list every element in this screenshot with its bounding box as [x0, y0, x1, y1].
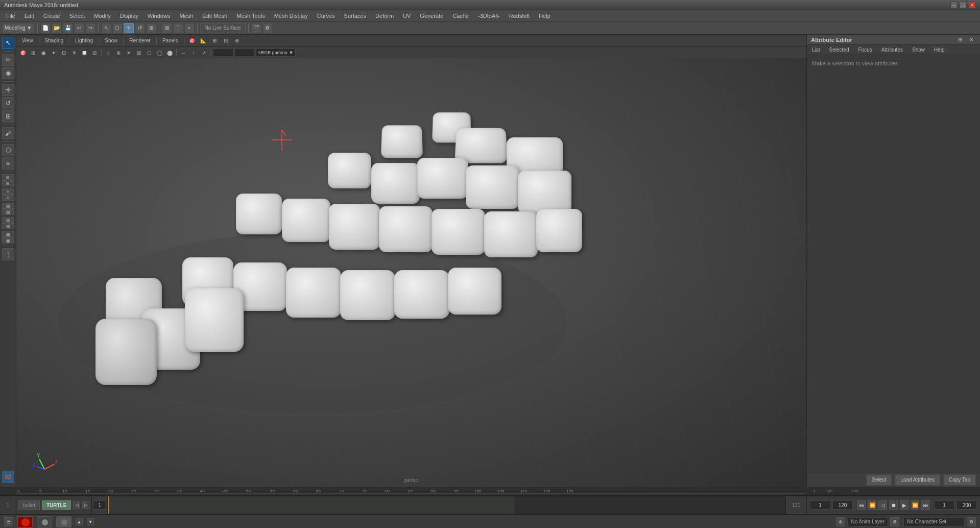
- undo-button[interactable]: ↩: [74, 23, 84, 33]
- ae-nav-help[interactable]: Help: [932, 46, 947, 53]
- menu-mesh[interactable]: Mesh: [175, 12, 197, 20]
- lt-bottom5-button[interactable]: ▦: [2, 237, 14, 244]
- menu-file[interactable]: File: [2, 12, 19, 20]
- ae-copy-tab-button[interactable]: Copy Tab: [943, 474, 976, 486]
- lt-bottom3-button[interactable]: ▤: [2, 209, 14, 215]
- step-forward-button[interactable]: ⏩: [911, 500, 919, 510]
- open-button[interactable]: 📂: [52, 23, 62, 33]
- vp2-btn-18[interactable]: ↗: [199, 48, 208, 57]
- vp-menu-lighting[interactable]: Lighting: [73, 37, 95, 44]
- range-end-right-input[interactable]: [957, 500, 977, 510]
- move-button[interactable]: ✛: [124, 23, 134, 33]
- new-scene-button[interactable]: 📄: [40, 23, 51, 33]
- lt-misc-button[interactable]: ⋮: [2, 248, 14, 260]
- vp2-btn-15[interactable]: ⬤: [165, 48, 174, 57]
- range-start-input[interactable]: [810, 500, 830, 510]
- close-button[interactable]: ✕: [969, 2, 976, 9]
- vp-icon-2[interactable]: 📐: [199, 36, 208, 45]
- vp2-btn-6[interactable]: ☀: [69, 48, 79, 57]
- ae-select-button[interactable]: Select: [866, 474, 892, 486]
- vp2-btn-10[interactable]: ⊕: [114, 48, 123, 57]
- vp-menu-panels[interactable]: Panels: [160, 37, 181, 44]
- viewport-canvas[interactable]: X Y Z persp: [16, 58, 806, 487]
- menu-modify[interactable]: Modify: [90, 12, 114, 20]
- ae-float-button[interactable]: ⊞: [955, 35, 965, 44]
- vp2-btn-2[interactable]: ⊞: [29, 48, 38, 57]
- menu-mesh-tools[interactable]: Mesh Tools: [232, 12, 269, 20]
- sculpt-button[interactable]: 🖌: [2, 127, 14, 139]
- move-tool-button[interactable]: ✛: [2, 84, 14, 96]
- vp2-btn-12[interactable]: ⊞: [134, 48, 144, 57]
- snap-to-poly-button[interactable]: ⬡: [2, 144, 14, 156]
- character-set-dropdown[interactable]: No Character Set: [903, 517, 965, 526]
- bullet-tab[interactable]: bullet: [18, 500, 40, 510]
- menu-3dto-all[interactable]: -3DtoAll-: [474, 12, 504, 20]
- vp-menu-shading[interactable]: Shading: [42, 37, 66, 44]
- turtle-tab[interactable]: TURTLE: [42, 500, 71, 510]
- snap-curve-button[interactable]: ⌒: [173, 23, 183, 33]
- mode-dropdown[interactable]: Modeling ▼: [2, 23, 35, 33]
- render-button[interactable]: 🎬: [251, 23, 261, 33]
- go-start-button[interactable]: ⏮: [857, 500, 866, 510]
- timeline-scrub[interactable]: [107, 496, 786, 514]
- vp2-value1-input[interactable]: 0.00: [213, 49, 233, 57]
- go-end-button[interactable]: ⏭: [921, 500, 930, 510]
- play-back-button[interactable]: ◁: [878, 500, 887, 510]
- character-set-settings-icon[interactable]: ⚙: [967, 517, 976, 526]
- lt-top5-button[interactable]: ▦: [2, 231, 14, 237]
- maximize-button[interactable]: □: [960, 2, 967, 9]
- lt-bottom-button[interactable]: ⊟: [2, 180, 14, 186]
- menu-create[interactable]: Create: [39, 12, 64, 20]
- ae-nav-show[interactable]: Show: [910, 46, 927, 53]
- ae-close-button[interactable]: ✕: [967, 35, 976, 44]
- vp2-btn-13[interactable]: ⬡: [145, 48, 154, 57]
- vp-menu-renderer[interactable]: Renderer: [127, 37, 153, 44]
- menu-deform[interactable]: Deform: [371, 12, 398, 20]
- menu-uv[interactable]: UV: [399, 12, 415, 20]
- tab-next-button[interactable]: ▷: [82, 501, 89, 509]
- play-forward-button[interactable]: ▶: [900, 500, 909, 510]
- anim-layer-options-button[interactable]: ☰: [4, 517, 13, 526]
- vp2-btn-8[interactable]: ⊟: [90, 48, 99, 57]
- menu-windows[interactable]: Windows: [144, 12, 175, 20]
- rotate-tool-button[interactable]: ↺: [2, 97, 14, 109]
- vp2-btn-17[interactable]: ↑: [189, 48, 198, 57]
- menu-curves[interactable]: Curves: [313, 12, 339, 20]
- snap-point-button[interactable]: •: [184, 23, 195, 33]
- rotate-button[interactable]: ↺: [135, 23, 145, 33]
- menu-cache[interactable]: Cache: [448, 12, 473, 20]
- tab-prev-button[interactable]: ◁: [73, 501, 80, 509]
- menu-redshift[interactable]: Redshift: [505, 12, 534, 20]
- vp2-btn-7[interactable]: 🔲: [80, 48, 89, 57]
- anim-layer-dropdown[interactable]: No Anim Layer: [847, 517, 888, 526]
- lt-top3-button[interactable]: ▤: [2, 203, 14, 209]
- scale-tool-button[interactable]: ⊞: [2, 110, 14, 123]
- lt-top-button[interactable]: ⊞: [2, 174, 14, 180]
- menu-generate[interactable]: Generate: [416, 12, 447, 20]
- snap-grid-button[interactable]: ⊞: [162, 23, 172, 33]
- lt-top2-button[interactable]: ≡: [2, 188, 14, 195]
- anim-down-button[interactable]: ▼: [87, 518, 94, 525]
- ae-nav-focus[interactable]: Focus: [856, 46, 874, 53]
- vp2-btn-5[interactable]: ⊡: [59, 48, 68, 57]
- maya-icon-button[interactable]: M: [2, 471, 14, 483]
- ae-nav-attributes[interactable]: Attributes: [879, 46, 905, 53]
- menu-display[interactable]: Display: [116, 12, 142, 20]
- vp2-btn-3[interactable]: ◉: [39, 48, 48, 57]
- lt-top4-button[interactable]: ▥: [2, 217, 14, 223]
- menu-help[interactable]: Help: [535, 12, 555, 20]
- select-tool-button[interactable]: ↖: [101, 23, 111, 33]
- vp2-btn-9[interactable]: ⌂: [104, 48, 113, 57]
- ae-nav-list[interactable]: List: [810, 46, 822, 53]
- ae-load-attributes-button[interactable]: Load Attributes: [895, 474, 940, 486]
- soft-select-button[interactable]: ◉: [2, 67, 14, 79]
- anim-layer-settings-icon[interactable]: ⚙: [890, 517, 899, 526]
- vp-menu-show[interactable]: Show: [102, 37, 120, 44]
- vp-menu-view[interactable]: View: [19, 37, 36, 44]
- vp2-btn-14[interactable]: ◯: [155, 48, 164, 57]
- vp2-btn-16[interactable]: ↔: [179, 48, 188, 57]
- vp-icon-5[interactable]: ⊕: [232, 36, 242, 45]
- vp2-color-space-dropdown[interactable]: sRGB gamma ▼: [256, 49, 296, 57]
- step-back-button[interactable]: ⏪: [868, 500, 876, 510]
- render-settings-button[interactable]: ⚙: [262, 23, 273, 33]
